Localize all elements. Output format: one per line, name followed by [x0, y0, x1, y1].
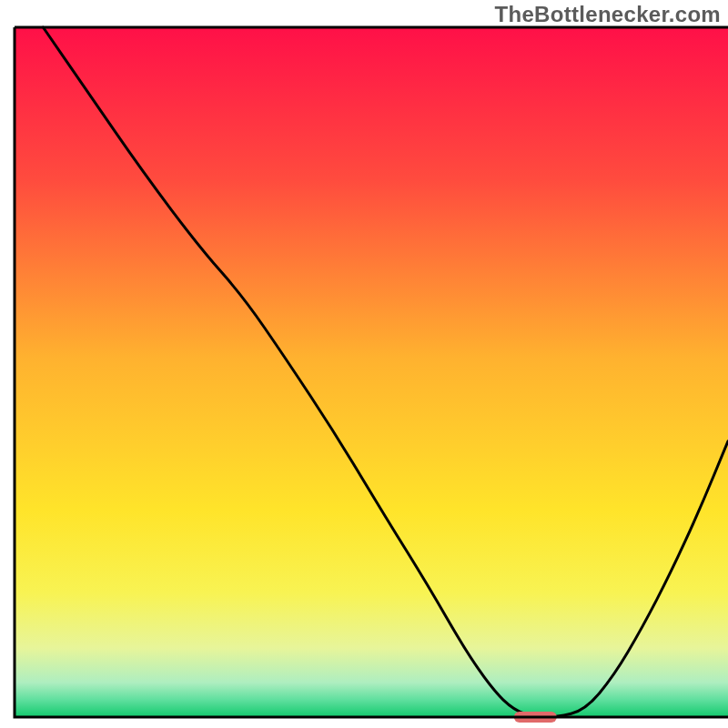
bottleneck-chart — [0, 0, 728, 728]
chart-container: TheBottlenecker.com — [0, 0, 728, 728]
watermark-text: TheBottlenecker.com — [495, 2, 721, 27]
gradient-bg — [15, 27, 728, 717]
